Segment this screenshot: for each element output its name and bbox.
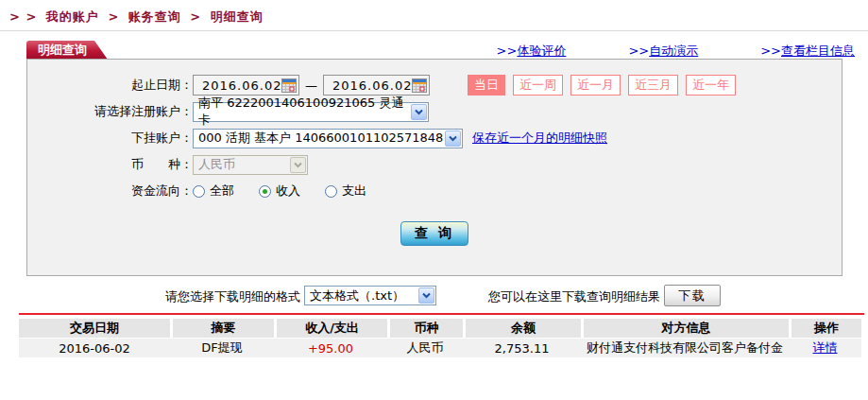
- header-balance: 余额: [463, 319, 581, 338]
- quick-range-buttons: 当日 近一周 近一月 近三月 近一年: [468, 75, 736, 96]
- start-date-field[interactable]: 2016.06.02: [193, 75, 299, 96]
- header-summary: 摘要: [170, 319, 274, 338]
- registered-account-label: 请选择注册账户：: [27, 103, 193, 120]
- table-row: 2016-06-02 DF提现 +95.00 人民币 2,753.11 财付通支…: [19, 339, 864, 357]
- link-experience-rating[interactable]: >>体验评价: [497, 43, 567, 60]
- download-row: 请您选择下载明细的格式 文本格式（.txt） 您可以在这里下载查询明细结果 下载: [0, 285, 868, 307]
- link-view-column-info[interactable]: >>查看栏目信息: [760, 43, 855, 60]
- registered-account-row: 请选择注册账户： 南平 6222001406100921065 灵通卡: [27, 98, 842, 125]
- download-button[interactable]: 下载: [664, 285, 721, 306]
- query-form-panel: 起止日期： 2016.06.02 — 2016.06.02: [26, 59, 842, 276]
- flow-option-expense[interactable]: 支出: [325, 183, 366, 200]
- registered-account-select[interactable]: 南平 6222001406100921065 灵通卡: [193, 102, 429, 122]
- currency-select: 人民币: [193, 155, 308, 175]
- radio-icon[interactable]: [325, 185, 337, 198]
- chevron-down-icon[interactable]: [418, 287, 434, 304]
- query-button-row: 查 询: [27, 221, 842, 246]
- quick-range-quarter-button[interactable]: 近三月: [628, 75, 678, 96]
- cell-balance: 2,753.11: [463, 339, 581, 357]
- detail-link[interactable]: 详情: [813, 339, 838, 357]
- currency-label: 币 种：: [27, 156, 193, 173]
- fund-flow-row: 资金流向： 全部 收入 支出: [27, 178, 842, 204]
- calendar-icon[interactable]: [281, 78, 297, 94]
- breadcrumb-item-detail-query[interactable]: 明细查询: [211, 9, 264, 24]
- end-date-field[interactable]: 2016.06.02: [323, 75, 430, 96]
- cell-summary: DF提现: [170, 339, 274, 357]
- breadcrumb-separator: >: [190, 9, 201, 24]
- quick-range-year-button[interactable]: 近一年: [686, 75, 736, 96]
- link-auto-demo[interactable]: >>自动演示: [628, 43, 698, 60]
- breadcrumb-divider: [0, 30, 868, 31]
- fund-flow-options: 全部 收入 支出: [193, 183, 391, 200]
- query-button[interactable]: 查 询: [400, 221, 468, 246]
- date-range-dash: —: [305, 78, 317, 93]
- flow-option-all-label: 全部: [210, 183, 234, 200]
- chevron-down-icon[interactable]: [411, 104, 427, 120]
- download-format-value: 文本格式（.txt）: [310, 287, 404, 304]
- tab-links: >>体验评价 >>自动演示 >>查看栏目信息: [497, 43, 855, 60]
- download-format-label: 请您选择下载明细的格式: [165, 288, 300, 305]
- quick-range-week-button[interactable]: 近一周: [513, 75, 563, 96]
- header-action: 操作: [789, 319, 861, 338]
- flow-option-expense-label: 支出: [342, 183, 366, 200]
- start-date-value: 2016.06.02: [202, 78, 281, 93]
- date-range-label: 起止日期：: [27, 77, 193, 94]
- chevron-down-icon: [290, 157, 306, 173]
- result-table: 交易日期 摘要 收入/支出 币种 余额 对方信息 操作 2016-06-02 D…: [19, 313, 864, 357]
- quick-range-month-button[interactable]: 近一月: [570, 75, 621, 96]
- registered-account-value: 南平 6222001406100921065 灵通卡: [198, 95, 410, 129]
- quick-range-today-button[interactable]: 当日: [468, 75, 505, 96]
- download-hint-text: 您可以在这里下载查询明细结果: [488, 288, 660, 305]
- breadcrumb-prefix: > >: [9, 9, 37, 24]
- sub-account-label: 下挂账户：: [27, 130, 193, 147]
- currency-row: 币 种： 人民币: [27, 151, 842, 178]
- download-format-select[interactable]: 文本格式（.txt）: [304, 286, 436, 305]
- save-monthly-snapshot-link[interactable]: 保存近一个月的明细快照: [472, 130, 607, 147]
- flow-option-income-label: 收入: [276, 183, 300, 200]
- tab-detail-query[interactable]: 明细查询: [26, 41, 108, 60]
- tab-bar: 明细查询 >>体验评价 >>自动演示 >>查看栏目信息: [0, 41, 868, 60]
- chevron-down-icon[interactable]: [445, 130, 461, 147]
- fund-flow-label: 资金流向：: [27, 183, 193, 200]
- detail-query-page: > > 我的账户 > 账务查询 > 明细查询 明细查询 >>体验评价 >>自动演…: [0, 0, 868, 400]
- header-trade-date: 交易日期: [19, 319, 170, 338]
- sub-account-select[interactable]: 000 活期 基本户 1406600101102571848: [193, 129, 463, 148]
- header-currency: 币种: [387, 319, 463, 338]
- breadcrumb-separator: >: [108, 9, 119, 24]
- table-header-row: 交易日期 摘要 收入/支出 币种 余额 对方信息 操作: [19, 319, 864, 338]
- cell-counterparty: 财付通支付科技有限公司客户备付金: [581, 339, 789, 357]
- header-income-expense: 收入/支出: [274, 319, 387, 338]
- breadcrumb-item-account-query[interactable]: 账务查询: [128, 9, 181, 24]
- flow-option-all[interactable]: 全部: [193, 183, 234, 200]
- cell-amount: +95.00: [274, 339, 387, 357]
- cell-currency: 人民币: [387, 339, 463, 357]
- header-counterparty: 对方信息: [581, 319, 789, 338]
- cell-trade-date: 2016-06-02: [19, 339, 170, 357]
- breadcrumb-item-my-account[interactable]: 我的账户: [46, 9, 99, 24]
- flow-option-income[interactable]: 收入: [259, 183, 300, 200]
- sub-account-value: 000 活期 基本户 1406600101102571848: [198, 130, 443, 147]
- breadcrumb: > > 我的账户 > 账务查询 > 明细查询: [9, 9, 267, 26]
- sub-account-row: 下挂账户： 000 活期 基本户 1406600101102571848 保存近…: [27, 125, 842, 151]
- end-date-value: 2016.06.02: [332, 78, 412, 93]
- radio-icon[interactable]: [193, 185, 205, 198]
- calendar-icon[interactable]: [412, 78, 427, 94]
- radio-checked-icon[interactable]: [259, 185, 271, 198]
- date-range-row: 起止日期： 2016.06.02 — 2016.06.02: [27, 72, 842, 98]
- currency-value: 人民币: [198, 156, 235, 173]
